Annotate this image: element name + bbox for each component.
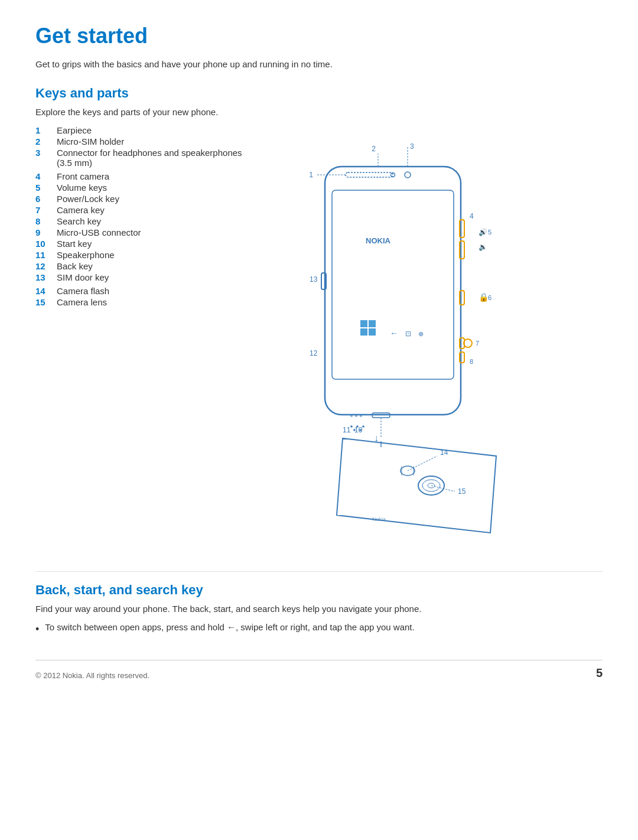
copyright-text: © 2012 Nokia. All rights reserved. xyxy=(35,671,149,680)
part-label: Earpiece xyxy=(57,125,92,135)
list-item: 8 Search key xyxy=(35,216,248,226)
svg-text:NOKIA: NOKIA xyxy=(366,236,391,245)
svg-point-57 xyxy=(356,425,359,428)
svg-text:↓: ↓ xyxy=(374,433,379,443)
list-item: 2 Micro-SIM holder xyxy=(35,136,248,146)
svg-rect-9 xyxy=(369,328,376,336)
section1-subtitle: Explore the keys and parts of your new p… xyxy=(35,107,603,117)
section2-title: Back, start, and search key xyxy=(35,582,603,598)
svg-point-16 xyxy=(360,415,362,417)
svg-point-58 xyxy=(359,429,362,431)
svg-text:6: 6 xyxy=(488,294,491,301)
svg-text:2: 2 xyxy=(372,145,376,153)
part-label: Back key xyxy=(57,261,93,271)
part-label: Micro-USB connector xyxy=(57,227,141,237)
svg-text:8: 8 xyxy=(470,358,473,365)
part-label: Search key xyxy=(57,216,101,226)
part-label: Speakerphone xyxy=(57,250,115,260)
svg-point-14 xyxy=(350,415,353,417)
footer: © 2012 Nokia. All rights reserved. 5 xyxy=(35,660,603,680)
part-num: 4 xyxy=(35,171,57,181)
part-num: 14 xyxy=(35,286,57,296)
part-label: Volume keys xyxy=(57,183,107,193)
phone-back: Nokia xyxy=(337,438,496,533)
list-item: 13 SIM door key xyxy=(35,272,248,282)
list-item: 5 Volume keys xyxy=(35,183,248,193)
svg-rect-7 xyxy=(369,320,376,327)
intro-text: Get to grips with the basics and have yo… xyxy=(35,59,603,69)
part-num: 11 xyxy=(35,250,57,260)
list-item: 14 Camera flash xyxy=(35,286,248,296)
svg-text:12: 12 xyxy=(310,349,318,357)
svg-point-15 xyxy=(355,415,357,417)
part-num: 9 xyxy=(35,227,57,237)
part-label: SIM door key xyxy=(57,272,109,282)
bullet-dot: • xyxy=(35,623,39,636)
part-num: 12 xyxy=(35,261,57,271)
part-num: 1 xyxy=(35,125,57,135)
list-item: 9 Micro-USB connector xyxy=(35,227,248,237)
part-num: 13 xyxy=(35,272,57,282)
part-label: Start key xyxy=(57,239,92,249)
svg-text:4: 4 xyxy=(470,212,474,220)
bullet-item-1: • To switch between open apps, press and… xyxy=(35,622,603,636)
svg-point-59 xyxy=(362,425,364,428)
bottom-section: Back, start, and search key Find your wa… xyxy=(35,571,603,636)
content-area: 1 Earpiece 2 Micro-SIM holder 3 Connecto… xyxy=(35,125,603,552)
svg-text:⊡: ⊡ xyxy=(405,330,411,338)
part-label: Connector for headphones and speakerphon… xyxy=(57,148,248,168)
list-item: 1 Earpiece xyxy=(35,125,248,135)
part-label: Micro-SIM holder xyxy=(57,136,124,146)
list-item: 11 Speakerphone xyxy=(35,250,248,260)
part-label: Camera flash xyxy=(57,286,109,296)
svg-rect-6 xyxy=(360,320,367,327)
svg-text:1: 1 xyxy=(309,171,313,179)
svg-text:3: 3 xyxy=(410,142,414,151)
part-num: 15 xyxy=(35,297,57,307)
part-num: 2 xyxy=(35,136,57,146)
list-item: 7 Camera key xyxy=(35,205,248,215)
part-label: Power/Lock key xyxy=(57,194,119,204)
phone-front: NOKIA ← ⊡ ⊕ xyxy=(325,167,461,418)
part-num: 3 xyxy=(35,148,57,168)
parts-list: 1 Earpiece 2 Micro-SIM holder 3 Connecto… xyxy=(35,125,260,552)
svg-text:⊕: ⊕ xyxy=(418,330,424,337)
section2-subtitle: Find your way around your phone. The bac… xyxy=(35,604,603,614)
part-label: Front camera xyxy=(57,171,109,181)
list-item: 10 Start key xyxy=(35,239,248,249)
part-num: 5 xyxy=(35,183,57,193)
diagram-svg: NOKIA ← ⊡ ⊕ xyxy=(260,125,567,551)
svg-rect-1 xyxy=(332,190,454,379)
list-item: 15 Camera lens xyxy=(35,297,248,307)
svg-text:11: 11 xyxy=(343,426,351,434)
svg-text:🔉: 🔉 xyxy=(479,242,487,251)
svg-text:5: 5 xyxy=(488,229,491,236)
svg-text:Nokia: Nokia xyxy=(372,516,386,522)
part-label: Camera lens xyxy=(57,297,107,307)
svg-point-56 xyxy=(353,429,356,431)
page-number: 5 xyxy=(596,666,603,680)
part-num: 7 xyxy=(35,205,57,215)
section1-title: Keys and parts xyxy=(35,86,603,101)
svg-text:←: ← xyxy=(390,328,398,338)
svg-point-35 xyxy=(464,339,472,347)
svg-point-55 xyxy=(350,425,353,428)
list-item: 6 Power/Lock key xyxy=(35,194,248,204)
list-item: 12 Back key xyxy=(35,261,248,271)
part-num: 8 xyxy=(35,216,57,226)
svg-text:14: 14 xyxy=(440,448,448,457)
svg-text:15: 15 xyxy=(458,487,466,496)
page-title: Get started xyxy=(35,24,603,48)
part-num: 10 xyxy=(35,239,57,249)
list-item: 3 Connector for headphones and speakerph… xyxy=(35,148,248,168)
svg-text:7: 7 xyxy=(476,340,479,347)
svg-text:13: 13 xyxy=(310,275,318,284)
part-label: Camera key xyxy=(57,205,105,215)
list-item: 4 Front camera xyxy=(35,171,248,181)
svg-rect-8 xyxy=(360,328,367,336)
bullet-text: To switch between open apps, press and h… xyxy=(45,622,414,632)
phone-diagram: NOKIA ← ⊡ ⊕ xyxy=(260,125,603,552)
part-num: 6 xyxy=(35,194,57,204)
svg-text:🔊: 🔊 xyxy=(479,227,487,236)
